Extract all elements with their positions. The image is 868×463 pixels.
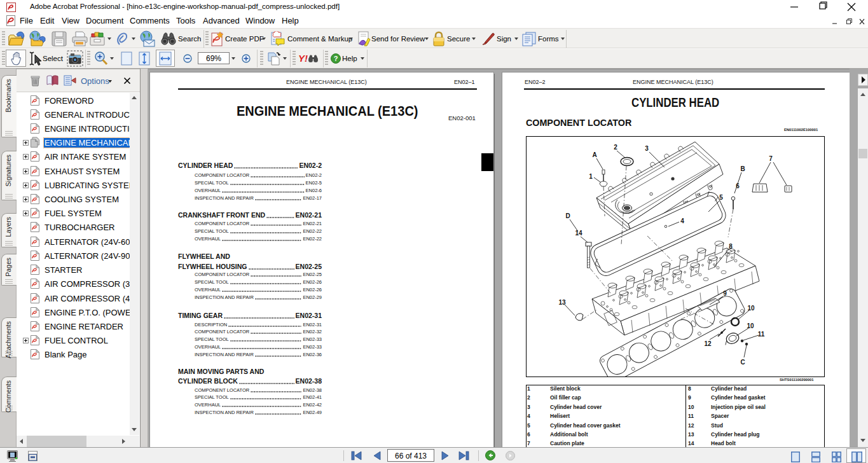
svg-text:14: 14 xyxy=(575,230,582,237)
svg-text:4: 4 xyxy=(680,218,684,225)
svg-text:1: 1 xyxy=(589,173,593,180)
svg-text:5: 5 xyxy=(719,194,723,201)
svg-text:9: 9 xyxy=(723,290,727,297)
svg-text:C: C xyxy=(740,359,745,366)
svg-text:2: 2 xyxy=(614,144,617,151)
svg-text:8: 8 xyxy=(729,243,733,250)
svg-text:6: 6 xyxy=(736,183,740,190)
svg-text:10: 10 xyxy=(747,305,755,312)
svg-text:3: 3 xyxy=(645,145,649,152)
svg-text:11: 11 xyxy=(758,331,765,338)
svg-text:7: 7 xyxy=(769,155,773,162)
svg-text:10: 10 xyxy=(747,322,754,329)
svg-text:12: 12 xyxy=(704,340,712,347)
svg-text:13: 13 xyxy=(558,299,566,306)
svg-text:D: D xyxy=(565,212,570,219)
svg-text:B: B xyxy=(740,165,745,172)
svg-text:?: ? xyxy=(334,55,338,62)
svg-text:A: A xyxy=(592,151,596,158)
